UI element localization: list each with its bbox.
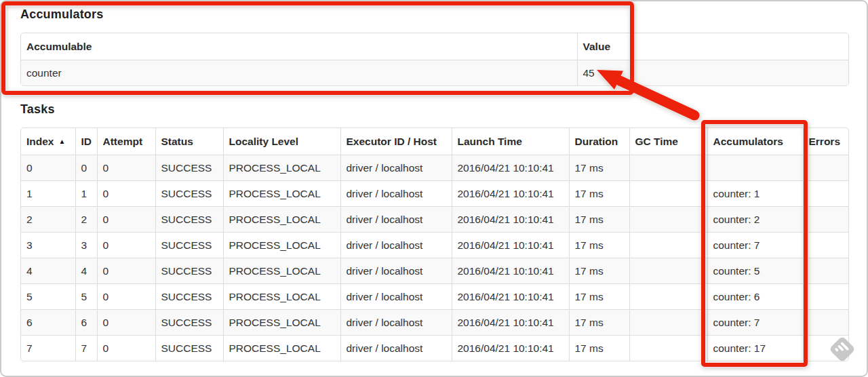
cell-index: 2 [21, 207, 75, 233]
cell-index: 0 [21, 155, 75, 181]
cell-locality_level: PROCESS_LOCAL [223, 336, 340, 361]
table-row: 660SUCCESSPROCESS_LOCALdriver / localhos… [21, 310, 849, 336]
cell-id: 1 [75, 181, 97, 207]
cell-status: SUCCESS [155, 310, 223, 336]
cell-duration: 17 ms [569, 207, 629, 233]
cell-index: 4 [21, 258, 75, 284]
cell-accumulators: counter: 7 [707, 310, 803, 336]
cell-locality_level: PROCESS_LOCAL [223, 233, 340, 258]
cell-value: 45 [577, 60, 849, 86]
cell-executor_id_host: driver / localhost [340, 181, 452, 207]
cell-gc_time [629, 207, 707, 233]
cell-accumulators: counter: 1 [707, 181, 803, 207]
column-header-value[interactable]: Value [577, 33, 849, 60]
cell-status: SUCCESS [155, 336, 223, 361]
spark-stage-page: Accumulators AccumulableValue counter45 … [0, 0, 868, 377]
cell-gc_time [629, 336, 707, 361]
cell-errors [803, 181, 849, 207]
cell-duration: 17 ms [569, 155, 629, 181]
cell-executor_id_host: driver / localhost [340, 155, 452, 181]
cell-attempt: 0 [97, 284, 155, 310]
cell-accumulators: counter: 7 [707, 233, 803, 258]
column-header-errors[interactable]: Errors [803, 128, 849, 155]
tasks-table-container: Index▲IDAttemptStatusLocality LevelExecu… [20, 127, 849, 361]
table-row: 110SUCCESSPROCESS_LOCALdriver / localhos… [21, 181, 849, 207]
cell-launch_time: 2016/04/21 10:10:41 [452, 336, 569, 361]
cell-executor_id_host: driver / localhost [340, 233, 452, 258]
cell-status: SUCCESS [155, 284, 223, 310]
cell-index: 6 [21, 310, 75, 336]
table-row: counter45 [21, 60, 849, 86]
cell-accumulators [707, 155, 803, 181]
cell-attempt: 0 [97, 207, 155, 233]
column-header-attempt[interactable]: Attempt [97, 128, 155, 155]
header-row: Index▲IDAttemptStatusLocality LevelExecu… [21, 128, 849, 155]
cell-accumulators: counter: 17 [707, 336, 803, 361]
cell-gc_time [629, 181, 707, 207]
cell-status: SUCCESS [155, 155, 223, 181]
cell-id: 3 [75, 233, 97, 258]
column-header-accumulators[interactable]: Accumulators [707, 128, 803, 155]
column-header-duration[interactable]: Duration [569, 128, 629, 155]
cell-launch_time: 2016/04/21 10:10:41 [452, 207, 569, 233]
cell-gc_time [629, 233, 707, 258]
column-header-accumulable[interactable]: Accumulable [21, 33, 577, 60]
cell-duration: 17 ms [569, 284, 629, 310]
cell-errors [803, 155, 849, 181]
annotation-watermark-icon [826, 333, 859, 365]
cell-errors [803, 310, 849, 336]
header-row: AccumulableValue [21, 33, 849, 60]
cell-accumulators: counter: 5 [707, 258, 803, 284]
cell-errors [803, 233, 849, 258]
cell-id: 5 [75, 284, 97, 310]
cell-executor_id_host: driver / localhost [340, 336, 452, 361]
cell-executor_id_host: driver / localhost [340, 207, 452, 233]
cell-index: 1 [21, 181, 75, 207]
cell-attempt: 0 [97, 233, 155, 258]
table-row: 330SUCCESSPROCESS_LOCALdriver / localhos… [21, 233, 849, 258]
table-row: 550SUCCESSPROCESS_LOCALdriver / localhos… [21, 284, 849, 310]
cell-executor_id_host: driver / localhost [340, 284, 452, 310]
cell-index: 3 [21, 233, 75, 258]
cell-id: 2 [75, 207, 97, 233]
column-header-id[interactable]: ID [75, 128, 97, 155]
cell-id: 7 [75, 336, 97, 361]
column-header-launch_time[interactable]: Launch Time [452, 128, 569, 155]
cell-accumulable: counter [21, 60, 577, 86]
cell-status: SUCCESS [155, 233, 223, 258]
cell-attempt: 0 [97, 258, 155, 284]
cell-status: SUCCESS [155, 181, 223, 207]
cell-accumulators: counter: 6 [707, 284, 803, 310]
column-header-index[interactable]: Index▲ [21, 128, 75, 155]
cell-duration: 17 ms [569, 233, 629, 258]
cell-launch_time: 2016/04/21 10:10:41 [452, 155, 569, 181]
cell-attempt: 0 [97, 181, 155, 207]
column-header-executor_id_host[interactable]: Executor ID / Host [340, 128, 452, 155]
cell-attempt: 0 [97, 310, 155, 336]
cell-id: 6 [75, 310, 97, 336]
cell-launch_time: 2016/04/21 10:10:41 [452, 284, 569, 310]
cell-index: 7 [21, 336, 75, 361]
cell-executor_id_host: driver / localhost [340, 310, 452, 336]
cell-locality_level: PROCESS_LOCAL [223, 181, 340, 207]
cell-status: SUCCESS [155, 207, 223, 233]
cell-id: 4 [75, 258, 97, 284]
cell-locality_level: PROCESS_LOCAL [223, 258, 340, 284]
cell-locality_level: PROCESS_LOCAL [223, 310, 340, 336]
accumulators-table-container: AccumulableValue counter45 [20, 33, 849, 86]
table-row: 440SUCCESSPROCESS_LOCALdriver / localhos… [21, 258, 849, 284]
cell-gc_time [629, 310, 707, 336]
cell-id: 0 [75, 155, 97, 181]
column-header-locality_level[interactable]: Locality Level [223, 128, 340, 155]
cell-accumulators: counter: 2 [707, 207, 803, 233]
sort-ascending-icon: ▲ [58, 138, 65, 145]
table-row: 220SUCCESSPROCESS_LOCALdriver / localhos… [21, 207, 849, 233]
cell-duration: 17 ms [569, 181, 629, 207]
column-header-gc_time[interactable]: GC Time [629, 128, 707, 155]
cell-launch_time: 2016/04/21 10:10:41 [452, 233, 569, 258]
cell-launch_time: 2016/04/21 10:10:41 [452, 181, 569, 207]
cell-duration: 17 ms [569, 336, 629, 361]
column-header-status[interactable]: Status [155, 128, 223, 155]
cell-status: SUCCESS [155, 258, 223, 284]
accumulators-table: AccumulableValue counter45 [21, 33, 849, 85]
